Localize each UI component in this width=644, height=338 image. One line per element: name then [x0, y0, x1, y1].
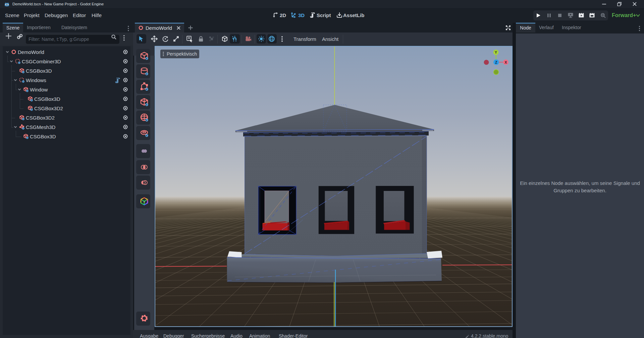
svg-text:X: X — [504, 60, 507, 64]
svg-text:Perspektivisch: Perspektivisch — [167, 51, 197, 57]
svg-text:Z: Z — [495, 60, 497, 64]
svg-text:Y: Y — [495, 50, 497, 54]
